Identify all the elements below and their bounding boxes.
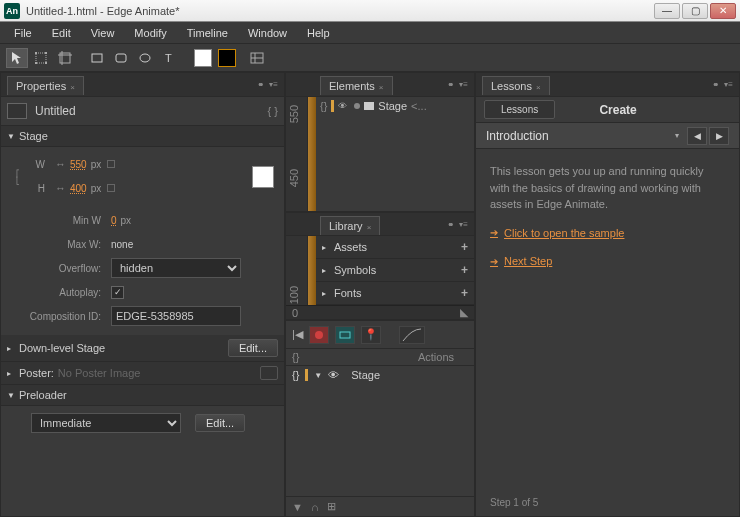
visibility-icon[interactable]: 👁: [338, 101, 350, 111]
text-tool[interactable]: T: [158, 48, 180, 68]
pin-button[interactable]: 📍: [361, 326, 381, 344]
close-icon[interactable]: ×: [70, 83, 75, 92]
grid-icon[interactable]: ⊞: [327, 500, 336, 513]
menu-view[interactable]: View: [81, 24, 125, 42]
minw-unit: px: [121, 215, 132, 226]
rectangle-tool[interactable]: [86, 48, 108, 68]
svg-rect-1: [35, 52, 37, 54]
panel-drag-icon[interactable]: ••: [448, 79, 451, 90]
tri-icon[interactable]: ◣: [460, 306, 468, 319]
menu-help[interactable]: Help: [297, 24, 340, 42]
close-icon[interactable]: ×: [536, 83, 541, 92]
autokey-button[interactable]: [335, 326, 355, 344]
compid-input[interactable]: [111, 306, 241, 326]
stage-width[interactable]: 550: [70, 159, 87, 170]
close-icon[interactable]: ×: [367, 223, 372, 232]
menu-file[interactable]: File: [4, 24, 42, 42]
visibility-icon[interactable]: 👁: [328, 369, 339, 381]
arrow-icon: ➔: [490, 225, 498, 240]
maximize-button[interactable]: ▢: [682, 3, 708, 19]
autoplay-checkbox[interactable]: ✓: [111, 286, 124, 299]
lesson-next-button[interactable]: ▶: [709, 127, 729, 145]
braces-icon[interactable]: {}: [320, 100, 327, 112]
preloader-edit-button[interactable]: Edit...: [195, 414, 245, 432]
downlevel-section[interactable]: ▸Down-level Stage Edit...: [1, 335, 284, 362]
lock-dot-icon[interactable]: [354, 103, 360, 109]
stage-section-head[interactable]: ▼ Stage: [1, 126, 284, 147]
library-symbols[interactable]: ▸Symbols+: [316, 259, 474, 282]
panel-menu-icon[interactable]: ▾≡: [269, 80, 278, 89]
lesson-prev-button[interactable]: ◀: [687, 127, 707, 145]
close-icon[interactable]: ×: [379, 83, 384, 92]
snap-icon[interactable]: ∩: [311, 501, 319, 513]
stroke-swatch[interactable]: [218, 49, 236, 67]
lessons-tab[interactable]: Lessons×: [482, 76, 550, 95]
clip-tool[interactable]: [54, 48, 76, 68]
elements-tab[interactable]: Elements×: [320, 76, 393, 95]
close-button[interactable]: ✕: [710, 3, 736, 19]
timeline-row-stage[interactable]: {} ▼ 👁 Stage: [286, 366, 474, 384]
comp-name[interactable]: Untitled: [35, 104, 268, 118]
add-icon[interactable]: +: [461, 240, 468, 254]
lessons-list-tab[interactable]: Lessons: [484, 100, 555, 119]
rounded-rect-tool[interactable]: [110, 48, 132, 68]
poster-section[interactable]: ▸ Poster: No Poster Image: [1, 362, 284, 385]
panel-menu-icon[interactable]: ▾≡: [724, 80, 733, 89]
camera-icon[interactable]: [260, 366, 278, 380]
panel-drag-icon[interactable]: ••: [448, 219, 451, 230]
panel-drag-icon[interactable]: ••: [713, 79, 716, 90]
stage-color-swatch[interactable]: [252, 166, 274, 188]
lesson-text: This lesson gets you up and running quic…: [490, 163, 725, 213]
disclosure-icon[interactable]: ▼: [314, 371, 322, 380]
library-fonts[interactable]: ▸Fonts+: [316, 282, 474, 305]
app-icon: An: [4, 3, 20, 19]
properties-tab[interactable]: Properties×: [7, 76, 84, 95]
library-tab[interactable]: Library×: [320, 216, 380, 235]
transform-tool[interactable]: [30, 48, 52, 68]
overflow-select[interactable]: hidden: [111, 258, 241, 278]
open-sample-link[interactable]: ➔Click to open the sample: [490, 225, 725, 242]
lesson-section-title: Introduction: [486, 129, 675, 143]
preloader-section-head[interactable]: ▼ Preloader: [1, 385, 284, 406]
selection-tool[interactable]: [6, 48, 28, 68]
ruler-vertical-2: 100: [286, 236, 308, 305]
braces-icon[interactable]: {}: [292, 351, 299, 363]
panel-menu-icon[interactable]: ▾≡: [459, 80, 468, 89]
easing-button[interactable]: [399, 326, 425, 344]
dropdown-icon[interactable]: ▾: [675, 131, 679, 140]
link-icon-small: ↔: [55, 158, 66, 170]
lesson-mode-tabs: Lessons Create: [476, 97, 739, 123]
layout-tool[interactable]: [246, 48, 268, 68]
add-icon[interactable]: +: [461, 286, 468, 300]
record-button[interactable]: [309, 326, 329, 344]
link-wh-icon[interactable]: ⎡⎣: [11, 170, 25, 184]
braces-icon[interactable]: { }: [268, 105, 278, 117]
next-step-link[interactable]: ➔Next Step: [490, 253, 725, 270]
prev-icon[interactable]: |◀: [292, 328, 303, 341]
poster-value: No Poster Image: [58, 367, 141, 379]
w-toggle[interactable]: [107, 160, 115, 168]
add-icon[interactable]: +: [461, 263, 468, 277]
menu-timeline[interactable]: Timeline: [177, 24, 238, 42]
menu-edit[interactable]: Edit: [42, 24, 81, 42]
fill-swatch[interactable]: [194, 49, 212, 67]
element-row-stage[interactable]: {} 👁 Stage <...: [316, 97, 474, 115]
create-tab[interactable]: Create: [583, 100, 652, 120]
panel-drag-icon[interactable]: ••: [258, 79, 261, 90]
downlevel-edit-button[interactable]: Edit...: [228, 339, 278, 357]
minw-value[interactable]: 0: [111, 215, 117, 226]
library-assets[interactable]: ▸Assets+: [316, 236, 474, 259]
minimize-button[interactable]: —: [654, 3, 680, 19]
menu-modify[interactable]: Modify: [124, 24, 176, 42]
filter-icon[interactable]: ▼: [292, 501, 303, 513]
maxw-value[interactable]: none: [111, 239, 133, 250]
h-toggle[interactable]: [107, 184, 115, 192]
ruler-vertical: 550 450: [286, 97, 308, 211]
preloader-select[interactable]: Immediate: [31, 413, 181, 433]
autoplay-label: Autoplay:: [11, 287, 111, 298]
menu-window[interactable]: Window: [238, 24, 297, 42]
panel-menu-icon[interactable]: ▾≡: [459, 220, 468, 229]
braces-icon[interactable]: {}: [292, 369, 299, 381]
ellipse-tool[interactable]: [134, 48, 156, 68]
stage-height[interactable]: 400: [70, 183, 87, 194]
